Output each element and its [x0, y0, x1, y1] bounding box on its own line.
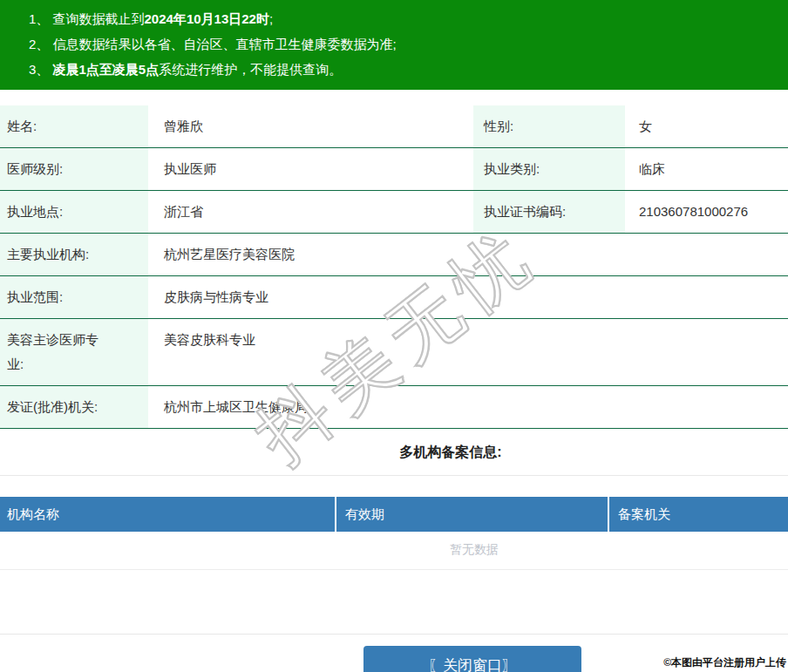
query-result-page: 1、 查询数据截止到2024年10月13日22时; 2、 信息数据结果以各省、自…	[0, 0, 788, 672]
practitioner-info-table: 姓名: 曾雅欣 性别: 女 医师级别: 执业医师 执业类别: 临床 执业地点: …	[0, 105, 788, 429]
location-label: 执业地点:	[0, 191, 148, 234]
scope-label: 执业范围:	[0, 276, 148, 319]
record-authority-header: 备案机关	[608, 497, 788, 532]
scope-value: 皮肤病与性病专业	[148, 276, 788, 319]
certificate-value: 210360781000276	[625, 191, 788, 234]
authority-label: 发证(批准)机关:	[0, 386, 148, 429]
table-row: 主要执业机构: 杭州艺星医疗美容医院	[0, 234, 788, 276]
records-empty-row: 暂无数据	[0, 532, 788, 569]
organization-label: 主要执业机构:	[0, 234, 148, 276]
table-row: 姓名: 曾雅欣 性别: 女	[0, 105, 788, 148]
multi-org-records-table: 机构名称 有效期 备案机关 暂无数据	[0, 497, 788, 570]
authority-value: 杭州市上城区卫生健康局	[148, 386, 788, 429]
table-row: 执业范围: 皮肤病与性病专业	[0, 276, 788, 319]
table-row: 发证(批准)机关: 杭州市上城区卫生健康局	[0, 386, 788, 429]
name-label: 姓名:	[0, 105, 148, 148]
table-row: 执业地点: 浙江省 执业证书编码: 210360781000276	[0, 191, 788, 234]
specialty-label: 美容主诊医师专业:	[0, 319, 148, 386]
table-row: 美容主诊医师专业: 美容皮肤科专业	[0, 319, 788, 386]
organization-value: 杭州艺星医疗美容医院	[148, 234, 788, 276]
name-value: 曾雅欣	[148, 105, 473, 148]
org-name-header: 机构名称	[0, 497, 336, 532]
empty-state-text: 暂无数据	[0, 532, 788, 569]
gender-label: 性别:	[473, 105, 625, 148]
table-row: 医师级别: 执业医师 执业类别: 临床	[0, 148, 788, 191]
notice-line-3: 3、 凌晨1点至凌晨5点系统进行维护，不能提供查询。	[29, 57, 779, 82]
validity-header: 有效期	[336, 497, 608, 532]
records-header-row: 机构名称 有效期 备案机关	[0, 497, 788, 532]
specialty-value: 美容皮肤科专业	[148, 319, 788, 386]
notice-line-1: 1、 查询数据截止到2024年10月13日22时;	[29, 6, 779, 31]
close-window-button[interactable]: 〖关闭窗口〗	[363, 646, 581, 672]
notice-banner: 1、 查询数据截止到2024年10月13日22时; 2、 信息数据结果以各省、自…	[0, 0, 788, 90]
upload-credit-watermark: ©本图由平台注册用户上传	[663, 655, 786, 670]
multi-org-section-title: 多机构备案信息:	[0, 429, 788, 476]
notice-line-2: 2、 信息数据结果以各省、自治区、直辖市卫生健康委数据为准;	[29, 31, 779, 57]
category-value: 临床	[625, 148, 788, 191]
level-value: 执业医师	[148, 148, 473, 191]
level-label: 医师级别:	[0, 148, 148, 191]
certificate-label: 执业证书编码:	[473, 191, 625, 234]
location-value: 浙江省	[148, 191, 473, 234]
gender-value: 女	[625, 105, 788, 148]
footer-divider	[0, 634, 788, 635]
category-label: 执业类别:	[473, 148, 625, 191]
